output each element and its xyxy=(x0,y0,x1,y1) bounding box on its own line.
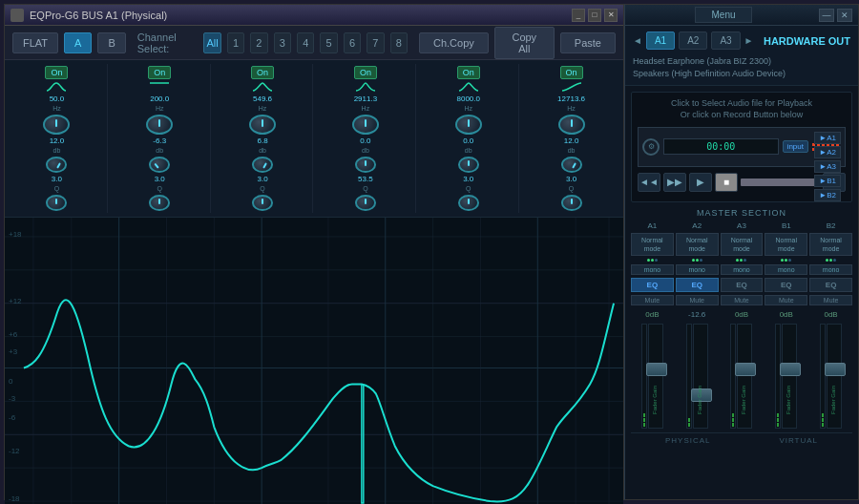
strip-b2-mode[interactable]: Normalmode xyxy=(809,233,852,256)
band-4-q-knob[interactable] xyxy=(355,195,376,211)
strip-a3-mute[interactable]: Mute xyxy=(721,295,764,305)
right-close-btn[interactable]: ✕ xyxy=(837,9,852,22)
eq-graph-svg[interactable]: +18 +12 +6 +3 0 -3 -6 -12 -18 xyxy=(5,218,623,504)
channel-8-btn[interactable]: 8 xyxy=(390,32,408,53)
strip-a2-fader[interactable]: Fader Gain xyxy=(693,324,708,429)
band-1-on-btn[interactable]: On xyxy=(45,66,68,79)
band-3-shape-icon[interactable] xyxy=(253,81,272,93)
hw-tab-arrow-right[interactable]: ► xyxy=(744,35,754,46)
band-6-gain-knob[interactable] xyxy=(561,157,582,173)
cassette-area[interactable]: ⚙ 00:00 input ►A1 ►A2 ►A3 ►B1 ►B2 xyxy=(638,127,846,167)
strip-a2-mute[interactable]: Mute xyxy=(676,295,719,305)
eq-window-title: EQPro-G6 BUS A1 (Physical) xyxy=(30,10,167,21)
band-2-q-knob[interactable] xyxy=(149,195,170,211)
svg-text:+18: +18 xyxy=(9,230,22,239)
hw-tab-a1[interactable]: A1 xyxy=(646,32,675,50)
band-6-freq-knob[interactable] xyxy=(558,115,585,135)
strip-b1-mono[interactable]: mono xyxy=(765,264,807,275)
strip-a3-mode[interactable]: Normalmode xyxy=(721,233,764,256)
strip-a3-fader-handle[interactable] xyxy=(735,363,756,376)
band-5-on-btn[interactable]: On xyxy=(457,66,480,79)
strip-a1-fader[interactable]: Fader Gain xyxy=(648,324,663,429)
channel-2-btn[interactable]: 2 xyxy=(250,32,267,53)
band-4-shape-icon[interactable] xyxy=(356,81,375,93)
ch-copy-button[interactable]: Ch.Copy xyxy=(419,32,489,53)
strip-a2-mono[interactable]: mono xyxy=(676,264,719,275)
strip-b2-fader-handle[interactable] xyxy=(825,363,846,376)
band-1-shape-icon[interactable] xyxy=(47,81,66,93)
output-tab-b2[interactable]: ►B2 xyxy=(814,189,841,201)
strip-b1-mode[interactable]: Normalmode xyxy=(765,233,807,256)
channel-7-btn[interactable]: 7 xyxy=(367,32,384,53)
strip-a3-mono[interactable]: mono xyxy=(721,264,764,275)
band-4-on-btn[interactable]: On xyxy=(354,66,377,79)
strip-a3-fader[interactable]: Fader Gain xyxy=(737,324,752,429)
fwd-btn[interactable]: ▶▶ xyxy=(663,173,686,192)
band-2-freq-knob[interactable] xyxy=(146,115,173,135)
eq-close-btn[interactable]: ✕ xyxy=(604,9,618,22)
strip-b2-fader[interactable]: Fader Gain xyxy=(827,324,842,429)
preset-b-button[interactable]: B xyxy=(97,32,125,53)
strip-a2-mode[interactable]: Normalmode xyxy=(676,233,719,256)
play-btn[interactable]: ▶ xyxy=(689,173,712,192)
strip-a1-fader-container: Fader Gain xyxy=(641,324,663,429)
strip-b2-mono[interactable]: mono xyxy=(809,264,852,275)
channel-3-btn[interactable]: 3 xyxy=(274,32,291,53)
strip-b1-mute[interactable]: Mute xyxy=(765,295,807,305)
band-6-q-knob[interactable] xyxy=(561,195,582,211)
band-1-gain-knob[interactable] xyxy=(46,157,67,173)
preset-a-button[interactable]: A xyxy=(64,32,92,53)
output-tab-a3[interactable]: ►A3 xyxy=(814,160,841,173)
band-5-q-knob[interactable] xyxy=(458,195,479,211)
band-5-freq-knob[interactable] xyxy=(455,115,482,135)
strip-b1-fader-handle[interactable] xyxy=(780,363,801,376)
menu-button[interactable]: Menu xyxy=(695,7,751,23)
band-5-shape-icon[interactable] xyxy=(459,81,478,93)
strip-a1-fader-handle[interactable] xyxy=(646,363,667,376)
strip-b2-mute[interactable]: Mute xyxy=(809,295,852,305)
band-3-q-knob[interactable] xyxy=(252,195,273,211)
right-minimize-btn[interactable]: — xyxy=(819,9,834,22)
band-6-shape-icon[interactable] xyxy=(562,81,581,93)
band-2-shape-icon[interactable] xyxy=(150,81,169,93)
band-2-on-btn[interactable]: On xyxy=(148,66,171,79)
channel-4-btn[interactable]: 4 xyxy=(297,32,314,53)
strip-b1-fader[interactable]: Fader Gain xyxy=(782,324,797,429)
rew-btn[interactable]: ◄◄ xyxy=(638,173,660,192)
band-5-gain-knob[interactable] xyxy=(458,157,479,173)
strip-b2-eq[interactable]: EQ xyxy=(809,278,852,292)
band-6-on-btn[interactable]: On xyxy=(560,66,583,79)
channel-5-btn[interactable]: 5 xyxy=(320,32,337,53)
eq-maximize-btn[interactable]: □ xyxy=(588,9,601,22)
channel-1-btn[interactable]: 1 xyxy=(227,32,244,53)
output-tab-b1[interactable]: ►B1 xyxy=(814,175,841,187)
band-2-gain-knob[interactable] xyxy=(149,157,170,173)
strip-b1-eq[interactable]: EQ xyxy=(765,278,807,292)
output-tab-a1[interactable]: ►A1 xyxy=(814,132,841,144)
strip-a1-eq[interactable]: EQ xyxy=(631,278,674,292)
strip-a1-mute[interactable]: Mute xyxy=(631,295,674,305)
paste-button[interactable]: Paste xyxy=(560,32,616,53)
eq-toolbar: FLAT A B Channel Select: All 1 2 3 4 5 6… xyxy=(5,26,623,60)
output-tab-a2[interactable]: ►A2 xyxy=(814,146,841,158)
band-3-gain-knob[interactable] xyxy=(252,157,273,173)
channel-6-btn[interactable]: 6 xyxy=(344,32,361,53)
band-4-gain-knob[interactable] xyxy=(355,157,376,173)
band-1-freq-knob[interactable] xyxy=(43,115,70,135)
strip-a2-eq[interactable]: EQ xyxy=(676,278,719,292)
band-4-freq-knob[interactable] xyxy=(352,115,379,135)
eq-minimize-btn[interactable]: _ xyxy=(572,9,585,22)
flat-button[interactable]: FLAT xyxy=(12,32,58,53)
hw-tab-arrow-left[interactable]: ◄ xyxy=(633,35,642,46)
hw-tab-a2[interactable]: A2 xyxy=(679,32,707,50)
copy-all-button[interactable]: Copy All xyxy=(494,27,555,59)
hw-tab-a3[interactable]: A3 xyxy=(711,32,740,50)
strip-a3-eq[interactable]: EQ xyxy=(721,278,764,292)
band-1-q-knob[interactable] xyxy=(46,195,67,211)
strip-a1-mono[interactable]: mono xyxy=(631,264,674,275)
band-3-freq-knob[interactable] xyxy=(249,115,276,135)
band-3-on-btn[interactable]: On xyxy=(251,66,274,79)
channel-all-btn[interactable]: All xyxy=(203,32,220,53)
strip-a1-mode[interactable]: Normalmode xyxy=(631,233,674,256)
stop-btn[interactable]: ■ xyxy=(715,173,738,192)
